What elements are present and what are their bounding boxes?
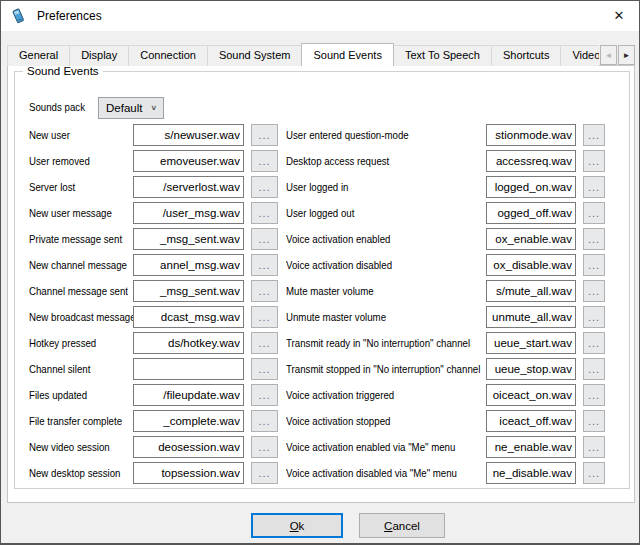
tab-video[interactable]: Video [560,45,599,66]
sound-file-input[interactable] [486,462,576,484]
title-bar: Preferences ✕ [1,1,639,31]
sound-file-input[interactable] [133,384,244,406]
browse-button[interactable]: ... [583,358,605,380]
browse-button[interactable]: ... [583,254,605,276]
sound-file-input[interactable] [133,436,244,458]
tab-text-to-speech[interactable]: Text To Speech [393,45,492,66]
ok-button[interactable]: Ok [251,513,343,538]
browse-button[interactable]: ... [583,150,605,172]
sound-file-input[interactable] [133,280,244,302]
browse-button[interactable]: ... [583,410,605,432]
sound-file-input[interactable] [133,124,244,146]
row-transmit-stopped-no-interruption: Transmit stopped in "No interruption" ch… [286,358,605,380]
sounds-pack-label: Sounds pack [29,101,93,113]
row-hotkey-pressed: Hotkey pressed ... [29,332,278,354]
row-voice-activation-enabled: Voice activation enabled ... [286,228,605,250]
browse-button[interactable]: ... [251,176,278,198]
row-new-video-session: New video session ... [29,436,278,458]
row-new-broadcast-message: New broadcast message ... [29,306,278,328]
sound-file-input[interactable] [133,228,244,250]
browse-button[interactable]: ... [251,228,278,250]
sound-file-input[interactable] [486,176,576,198]
tab-connection[interactable]: Connection [128,45,208,66]
browse-button[interactable]: ... [583,124,605,146]
app-icon [10,8,26,24]
sound-file-input[interactable] [486,254,576,276]
browse-button[interactable]: ... [583,176,605,198]
arrow-right-icon: ► [623,51,631,60]
browse-button[interactable]: ... [251,410,278,432]
row-new-user-message: New user message ... [29,202,278,224]
browse-button[interactable]: ... [251,150,278,172]
row-user-logged-out: User logged out ... [286,202,605,224]
tab-display[interactable]: Display [69,45,129,66]
tab-sound-events[interactable]: Sound Events [301,43,394,66]
sound-file-input[interactable] [133,254,244,276]
row-new-desktop-session: New desktop session ... [29,462,278,484]
row-new-user: New user ... [29,124,278,146]
sound-file-input[interactable] [486,150,576,172]
row-user-entered-question-mode: User entered question-mode ... [286,124,605,146]
sound-file-input[interactable] [486,306,576,328]
row-transmit-ready-no-interruption: Transmit ready in "No interruption" chan… [286,332,605,354]
tab-scroll-right-button[interactable]: ► [618,45,635,65]
browse-button[interactable]: ... [583,306,605,328]
tab-shortcuts[interactable]: Shortcuts [491,45,561,66]
row-file-transfer-complete: File transfer complete ... [29,410,278,432]
browse-button[interactable]: ... [251,384,278,406]
tab-sound-system[interactable]: Sound System [207,45,303,66]
sound-file-input[interactable] [133,332,244,354]
browse-button[interactable]: ... [251,462,278,484]
sound-file-input[interactable] [133,410,244,432]
sound-file-input[interactable] [133,358,244,380]
row-voice-activation-triggered: Voice activation triggered ... [286,384,605,406]
close-button[interactable]: ✕ [599,1,639,30]
browse-button[interactable]: ... [251,124,278,146]
row-voice-activation-enabled-me-menu: Voice activation enabled via "Me" menu .… [286,436,605,458]
sound-file-input[interactable] [486,280,576,302]
browse-button[interactable]: ... [251,358,278,380]
sound-file-input[interactable] [486,358,576,380]
row-desktop-access-request: Desktop access request ... [286,150,605,172]
browse-button[interactable]: ... [251,436,278,458]
sound-file-input[interactable] [486,410,576,432]
cancel-button[interactable]: Cancel [359,513,445,538]
groupbox-title: Sound Events [23,65,103,77]
sound-file-input[interactable] [133,176,244,198]
sound-file-input[interactable] [486,384,576,406]
sound-file-input[interactable] [486,202,576,224]
browse-button[interactable]: ... [583,228,605,250]
browse-button[interactable]: ... [251,202,278,224]
browse-button[interactable]: ... [583,332,605,354]
browse-button[interactable]: ... [251,280,278,302]
row-voice-activation-disabled: Voice activation disabled ... [286,254,605,276]
sound-file-input[interactable] [133,462,244,484]
chevron-down-icon: ∨ [150,104,157,112]
arrow-left-icon: ◄ [605,51,613,60]
browse-button[interactable]: ... [583,462,605,484]
row-mute-master-volume: Mute master volume ... [286,280,605,302]
sound-file-input[interactable] [133,150,244,172]
browse-button[interactable]: ... [251,254,278,276]
sound-file-input[interactable] [133,306,244,328]
row-channel-message-sent: Channel message sent ... [29,280,278,302]
browse-button[interactable]: ... [583,436,605,458]
browse-button[interactable]: ... [583,384,605,406]
row-voice-activation-disabled-me-menu: Voice activation disabled via "Me" menu … [286,462,605,484]
sound-events-left-column: New user ... User removed ... Server los… [29,124,278,488]
browse-button[interactable]: ... [251,332,278,354]
browse-button[interactable]: ... [251,306,278,328]
sounds-pack-select[interactable]: Default ∨ [98,97,164,119]
tab-scroll-left-button[interactable]: ◄ [600,45,617,65]
row-channel-silent: Channel silent ... [29,358,278,380]
sound-file-input[interactable] [133,202,244,224]
tab-general[interactable]: General [7,45,70,66]
sound-file-input[interactable] [486,436,576,458]
sound-file-input[interactable] [486,228,576,250]
row-files-updated: Files updated ... [29,384,278,406]
browse-button[interactable]: ... [583,202,605,224]
sound-file-input[interactable] [486,124,576,146]
browse-button[interactable]: ... [583,280,605,302]
row-private-message-sent: Private message sent ... [29,228,278,250]
sound-file-input[interactable] [486,332,576,354]
